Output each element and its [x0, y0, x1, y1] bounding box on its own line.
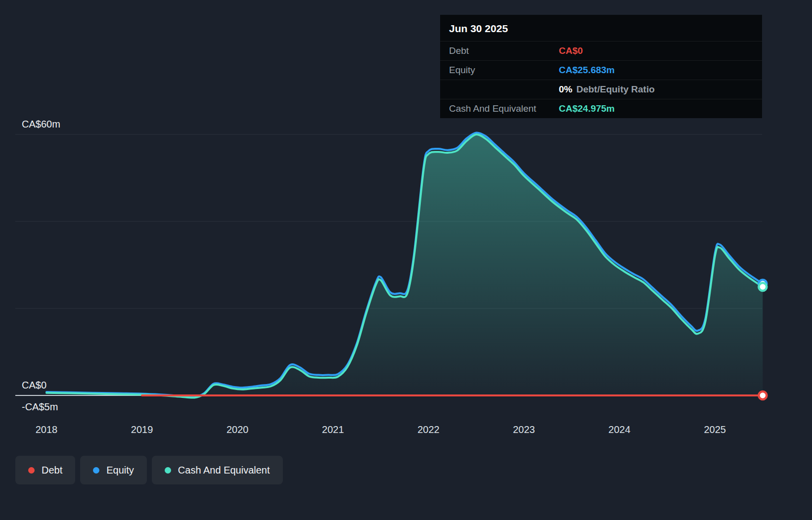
y-axis-label: -CA$5m — [22, 401, 58, 413]
tooltip-debt-value: CA$0 — [559, 45, 583, 56]
x-axis-label: 2018 — [36, 424, 58, 435]
tooltip-debt-label: Debt — [449, 45, 559, 56]
y-axis-label: CA$60m — [22, 118, 60, 130]
tooltip-ratio-label: Debt/Equity Ratio — [576, 84, 654, 95]
legend-item-cash[interactable]: Cash And Equivalent — [152, 456, 283, 484]
cash-dot-icon — [165, 467, 171, 474]
x-axis-label: 2022 — [417, 424, 440, 435]
x-axis-label: 2021 — [322, 424, 344, 435]
x-axis-label: 2020 — [226, 424, 249, 435]
legend-item-debt[interactable]: Debt — [15, 456, 75, 484]
legend-label-debt: Debt — [42, 465, 62, 476]
tooltip-row-cash: Cash And Equivalent CA$24.975m — [440, 99, 762, 118]
tooltip-cash-label: Cash And Equivalent — [449, 103, 559, 114]
app-canvas: CA$60mCA$0-CA$5m 20182019202020212022202… — [0, 0, 812, 520]
tooltip-row-ratio: 0% Debt/Equity Ratio — [440, 80, 762, 99]
tooltip-equity-label: Equity — [449, 65, 559, 76]
tooltip-row-equity: Equity CA$25.683m — [440, 60, 762, 80]
equity-dot-icon — [93, 467, 99, 474]
y-axis-label: CA$0 — [22, 379, 46, 391]
x-axis-label: 2025 — [704, 424, 726, 435]
tooltip-ratio-value: 0% — [559, 84, 572, 95]
tooltip-row-debt: Debt CA$0 — [440, 41, 762, 60]
x-axis-label: 2019 — [131, 424, 153, 435]
chart-tooltip: Jun 30 2025 Debt CA$0 Equity CA$25.683m … — [440, 15, 762, 118]
legend-item-equity[interactable]: Equity — [80, 456, 147, 484]
chart-legend: Debt Equity Cash And Equivalent — [15, 456, 283, 484]
debt-dot-icon — [28, 467, 35, 474]
x-axis-labels: 20182019202020212022202320242025 — [0, 424, 812, 438]
legend-label-equity: Equity — [106, 465, 134, 476]
x-axis-label: 2023 — [513, 424, 535, 435]
tooltip-cash-value: CA$24.975m — [559, 103, 615, 114]
tooltip-date: Jun 30 2025 — [440, 15, 762, 41]
legend-label-cash: Cash And Equivalent — [178, 465, 270, 476]
tooltip-equity-value: CA$25.683m — [559, 65, 615, 76]
x-axis-label: 2024 — [608, 424, 631, 435]
